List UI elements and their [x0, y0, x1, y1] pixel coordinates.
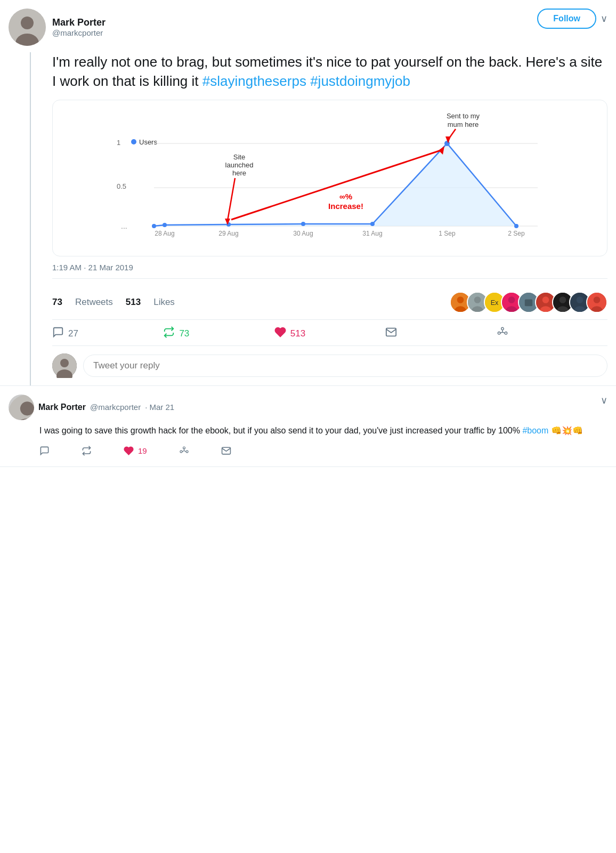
thread-line	[30, 52, 31, 385]
second-actions-row: 19	[39, 444, 607, 458]
svg-point-5	[131, 139, 136, 144]
svg-text:30 Aug: 30 Aug	[293, 230, 313, 237]
retweets-count[interactable]: 73	[52, 297, 62, 308]
svg-point-20	[301, 222, 305, 226]
second-comment-button[interactable]	[39, 446, 50, 456]
actions-row: 27 73 513	[52, 322, 607, 346]
second-tweet-name[interactable]: Mark Porter	[38, 403, 86, 412]
retweet-likes-row: 73 Retweets 513 Likes Ex	[52, 285, 607, 320]
svg-text:mum here: mum here	[448, 120, 479, 128]
avatar[interactable]	[9, 9, 46, 46]
second-mail-button[interactable]	[221, 446, 231, 456]
second-tweet: Mark Porter @markcporter · Mar 21 ∨ I wa…	[0, 386, 616, 467]
svg-text:Users: Users	[139, 138, 157, 146]
svg-point-52	[542, 296, 549, 303]
svg-line-31	[228, 178, 235, 221]
likes-label: Likes	[153, 297, 175, 308]
svg-point-47	[508, 296, 515, 303]
svg-text:...: ...	[121, 222, 127, 230]
svg-point-22	[444, 141, 450, 146]
second-hubspot-button[interactable]	[179, 446, 189, 456]
likes-count[interactable]: 513	[126, 297, 141, 308]
second-retweet-button[interactable]	[82, 446, 92, 456]
comment-button[interactable]: 27	[52, 326, 163, 341]
svg-rect-50	[525, 299, 532, 306]
retweet-button[interactable]: 73	[163, 326, 274, 341]
svg-point-17	[152, 224, 156, 228]
chart-card: 1 0.5 Users 28 Aug 29 Aug 30 Aug 3	[52, 100, 607, 256]
svg-text:0.5: 0.5	[117, 182, 126, 190]
second-tweet-emojis: 👊💥👊	[548, 426, 582, 435]
svg-point-77	[180, 450, 182, 453]
comment-count: 27	[68, 328, 78, 339]
mail-button[interactable]	[385, 326, 496, 341]
svg-point-63	[501, 327, 504, 330]
svg-point-61	[594, 296, 601, 303]
second-tweet-chevron[interactable]: ∨	[601, 395, 607, 406]
svg-point-73	[20, 401, 34, 415]
second-tweet-date: · Mar 21	[145, 403, 174, 412]
retweet-action-count: 73	[179, 328, 189, 339]
follow-button[interactable]: Follow	[537, 9, 596, 29]
svg-point-18	[163, 223, 167, 227]
heart-icon	[274, 326, 286, 341]
svg-text:launched: launched	[225, 161, 254, 169]
tweet-text: I'm really not one to brag, but sometime…	[52, 52, 607, 91]
chart-area: 1 0.5 Users 28 Aug 29 Aug 30 Aug 3	[61, 109, 598, 247]
reply-area	[52, 346, 607, 385]
second-mail-icon	[221, 446, 231, 456]
like-action-count: 513	[290, 328, 305, 339]
hubspot-button[interactable]	[497, 326, 607, 341]
liker-avatar-9	[586, 292, 607, 313]
hubspot-icon	[497, 326, 508, 341]
hashtag-slayingtheserps[interactable]: #slayingtheserps	[202, 73, 306, 89]
comment-icon	[52, 326, 64, 341]
avatar-group: Ex	[450, 292, 607, 313]
svg-point-76	[186, 450, 188, 453]
second-tweet-header: Mark Porter @markcporter · Mar 21 ∨	[9, 395, 607, 420]
retweets-label: Retweets	[75, 297, 113, 308]
svg-text:28 Aug: 28 Aug	[155, 230, 174, 237]
svg-text:1 Sep: 1 Sep	[439, 230, 456, 237]
mail-icon	[385, 326, 397, 341]
svg-point-1	[21, 17, 34, 29]
svg-text:∞%: ∞%	[339, 192, 352, 201]
svg-point-39	[457, 296, 464, 303]
svg-point-64	[505, 332, 507, 334]
second-like-button[interactable]: 19	[124, 446, 147, 456]
user-name[interactable]: Mark Porter	[52, 17, 106, 28]
hashtag-justdoingmyjob[interactable]: #justdoingmyjob	[310, 73, 410, 89]
user-handle[interactable]: @markcporter	[52, 28, 106, 37]
second-heart-icon	[124, 446, 134, 456]
svg-text:here: here	[232, 169, 246, 177]
second-retweet-icon	[82, 446, 92, 456]
svg-text:31 Aug: 31 Aug	[362, 230, 382, 237]
second-tweet-text: I was going to save this growth hack for…	[39, 424, 607, 437]
second-like-count: 19	[138, 446, 147, 455]
reply-avatar	[52, 353, 77, 378]
tweet-timestamp: 1:19 AM · 21 Mar 2019	[52, 263, 607, 279]
svg-point-58	[577, 296, 583, 303]
chevron-down-icon[interactable]: ∨	[601, 13, 607, 25]
second-tweet-hashtag[interactable]: #boom	[522, 426, 548, 435]
second-tweet-handle[interactable]: @markcporter	[90, 403, 141, 412]
second-tweet-body: I was going to save this growth hack for…	[39, 424, 607, 458]
svg-text:2 Sep: 2 Sep	[508, 230, 525, 237]
svg-text:Increase!: Increase!	[328, 202, 363, 211]
second-tweet-header-left: Mark Porter @markcporter · Mar 21	[9, 395, 174, 420]
svg-point-23	[514, 224, 518, 228]
svg-point-21	[370, 222, 375, 226]
svg-text:1: 1	[117, 139, 120, 147]
user-info: Mark Porter @markcporter	[52, 17, 106, 37]
svg-point-70	[60, 359, 69, 367]
svg-point-75	[183, 447, 185, 449]
second-hubspot-icon	[179, 446, 189, 456]
reply-input[interactable]	[83, 355, 607, 377]
svg-text:Ex: Ex	[491, 299, 499, 307]
svg-point-42	[474, 296, 481, 303]
second-tweet-avatar[interactable]	[9, 395, 34, 420]
svg-point-55	[560, 296, 566, 303]
second-comment-icon	[39, 446, 50, 456]
second-tweet-text-main: I was going to save this growth hack for…	[39, 426, 522, 435]
like-button[interactable]: 513	[274, 326, 385, 341]
